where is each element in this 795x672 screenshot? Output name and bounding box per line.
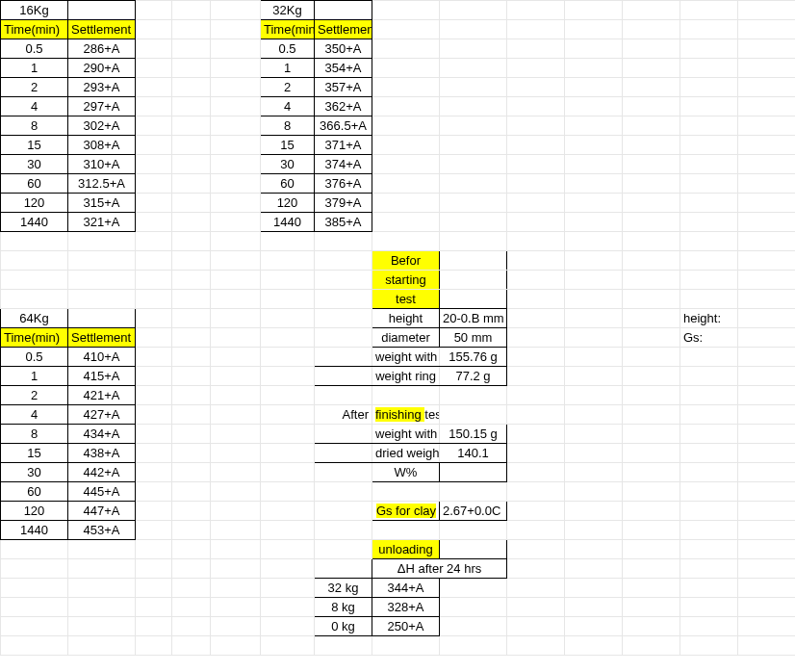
- table-cell[interactable]: 0.5: [261, 39, 315, 59]
- before-height-label[interactable]: height: [372, 309, 440, 328]
- before-height-value[interactable]: 20-0.B mm: [440, 309, 507, 328]
- unload-row-label[interactable]: 8 kg: [315, 598, 372, 617]
- load64-h-set[interactable]: Settlement: [68, 328, 136, 348]
- table-cell[interactable]: 310+A: [68, 155, 136, 174]
- spreadsheet: 16Kg 32Kg Time(min) Settlement Time(min)…: [0, 0, 795, 656]
- table-cell[interactable]: 312.5+A: [68, 174, 136, 194]
- table-cell[interactable]: 120: [1, 194, 68, 213]
- before-title[interactable]: starting: [372, 271, 440, 290]
- table-cell[interactable]: 302+A: [68, 116, 136, 136]
- table-cell[interactable]: 30: [1, 155, 68, 174]
- table-cell[interactable]: 8: [261, 116, 315, 136]
- table-cell[interactable]: 438+A: [68, 444, 136, 463]
- before-wwr-value[interactable]: 155.76 g: [440, 348, 507, 367]
- table-cell[interactable]: 15: [261, 136, 315, 155]
- table-cell[interactable]: 1: [261, 59, 315, 78]
- table-cell[interactable]: 376+A: [315, 174, 372, 194]
- table-cell[interactable]: 1440: [1, 521, 68, 540]
- table-cell[interactable]: 60: [1, 174, 68, 194]
- table-cell[interactable]: 421+A: [68, 386, 136, 405]
- load16-h-set[interactable]: Settlement: [68, 20, 136, 39]
- table-cell[interactable]: 321+A: [68, 213, 136, 232]
- table-cell[interactable]: 8: [1, 425, 68, 444]
- unload-row-label[interactable]: 0 kg: [315, 617, 372, 636]
- right-height-label[interactable]: height:: [680, 309, 738, 328]
- table-cell[interactable]: 1440: [1, 213, 68, 232]
- table-cell[interactable]: 120: [261, 194, 315, 213]
- unload-row-value[interactable]: 328+A: [372, 598, 440, 617]
- table-cell[interactable]: 4: [1, 97, 68, 116]
- table-cell[interactable]: 1: [1, 367, 68, 386]
- right-gs-label[interactable]: Gs:: [680, 328, 738, 348]
- table-cell[interactable]: 374+A: [315, 155, 372, 174]
- after-dw-label[interactable]: dried weigh: [372, 444, 440, 463]
- load16-title[interactable]: 16Kg: [1, 1, 68, 20]
- table-cell[interactable]: 427+A: [68, 405, 136, 425]
- table-cell[interactable]: 442+A: [68, 463, 136, 482]
- table-cell[interactable]: 0.5: [1, 39, 68, 59]
- table-cell[interactable]: 2: [261, 78, 315, 97]
- gs-label[interactable]: Gs for clay: [372, 502, 440, 521]
- after-title[interactable]: After: [315, 405, 372, 425]
- before-title[interactable]: test: [372, 290, 440, 309]
- after-wwr-label[interactable]: weight with r: [372, 425, 440, 444]
- table-cell[interactable]: 445+A: [68, 482, 136, 502]
- unload-row-value[interactable]: 250+A: [372, 617, 440, 636]
- before-wr-value[interactable]: 77.2 g: [440, 367, 507, 386]
- table-cell[interactable]: 60: [1, 482, 68, 502]
- unloading-title[interactable]: unloading: [372, 540, 440, 559]
- after-dw-value[interactable]: 140.1: [440, 444, 507, 463]
- table-cell[interactable]: 357+A: [315, 78, 372, 97]
- unload-row-label[interactable]: 32 kg: [315, 579, 372, 598]
- gs-value[interactable]: 2.67+0.0C: [440, 502, 507, 521]
- after-wpc-label[interactable]: W%: [372, 463, 440, 482]
- table-cell[interactable]: 2: [1, 78, 68, 97]
- table-cell[interactable]: 2: [1, 386, 68, 405]
- table-cell[interactable]: 308+A: [68, 136, 136, 155]
- before-diameter-label[interactable]: diameter: [372, 328, 440, 348]
- table-cell[interactable]: 385+A: [315, 213, 372, 232]
- load32-h-set[interactable]: Settlement: [315, 20, 372, 39]
- table-cell[interactable]: 379+A: [315, 194, 372, 213]
- load32-title[interactable]: 32Kg: [261, 1, 315, 20]
- table-cell[interactable]: 15: [1, 444, 68, 463]
- table-cell[interactable]: 286+A: [68, 39, 136, 59]
- table-cell[interactable]: 434+A: [68, 425, 136, 444]
- table-cell[interactable]: 415+A: [68, 367, 136, 386]
- load16-h-time[interactable]: Time(min): [1, 20, 68, 39]
- table-cell[interactable]: 453+A: [68, 521, 136, 540]
- load32-h-time[interactable]: Time(min): [261, 20, 315, 39]
- before-title[interactable]: Befor: [372, 251, 440, 271]
- table-cell[interactable]: 15: [1, 136, 68, 155]
- table-cell[interactable]: 315+A: [68, 194, 136, 213]
- table-cell[interactable]: 362+A: [315, 97, 372, 116]
- after-title[interactable]: finishing test: [372, 405, 440, 425]
- table-cell[interactable]: 4: [261, 97, 315, 116]
- table-cell[interactable]: 350+A: [315, 39, 372, 59]
- table-cell[interactable]: 1: [1, 59, 68, 78]
- table-cell[interactable]: 8: [1, 116, 68, 136]
- table-cell[interactable]: 60: [261, 174, 315, 194]
- load64-title[interactable]: 64Kg: [1, 309, 68, 328]
- unload-row-value[interactable]: 344+A: [372, 579, 440, 598]
- before-wr-label[interactable]: weight ring: [372, 367, 440, 386]
- before-diameter-value[interactable]: 50 mm: [440, 328, 507, 348]
- load64-h-time[interactable]: Time(min): [1, 328, 68, 348]
- before-wwr-label[interactable]: weight with ring: [372, 348, 440, 367]
- table-cell[interactable]: 30: [1, 463, 68, 482]
- table-cell[interactable]: 290+A: [68, 59, 136, 78]
- table-cell[interactable]: 293+A: [68, 78, 136, 97]
- table-cell[interactable]: 30: [261, 155, 315, 174]
- table-cell[interactable]: 371+A: [315, 136, 372, 155]
- table-cell[interactable]: 410+A: [68, 348, 136, 367]
- table-cell[interactable]: 0.5: [1, 348, 68, 367]
- table-cell[interactable]: 120: [1, 502, 68, 521]
- table-cell[interactable]: 1440: [261, 213, 315, 232]
- table-cell[interactable]: 354+A: [315, 59, 372, 78]
- unloading-sub[interactable]: ΔH after 24 hrs: [372, 559, 507, 579]
- after-wwr-value[interactable]: 150.15 g: [440, 425, 507, 444]
- table-cell[interactable]: 366.5+A: [315, 116, 372, 136]
- table-cell[interactable]: 4: [1, 405, 68, 425]
- table-cell[interactable]: 297+A: [68, 97, 136, 116]
- table-cell[interactable]: 447+A: [68, 502, 136, 521]
